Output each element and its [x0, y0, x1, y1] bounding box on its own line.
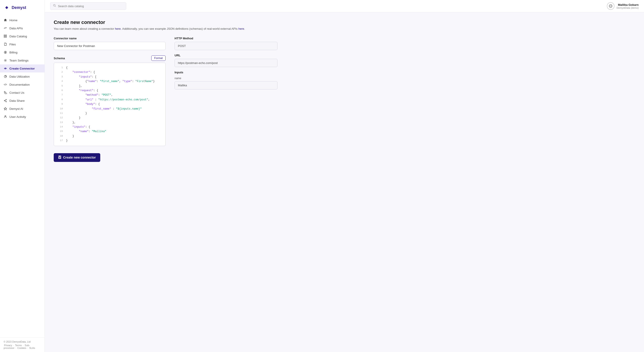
home-icon [4, 18, 7, 22]
svg-rect-25 [59, 157, 61, 158]
main-area: Mallika Gokarn DemystData (demo) Create … [45, 0, 644, 352]
http-method-input[interactable] [174, 42, 278, 50]
svg-point-0 [6, 7, 8, 9]
svg-point-11 [6, 99, 7, 100]
sidebar-item-demyst-ai[interactable]: Demyst AI [0, 105, 44, 113]
sidebar-item-home[interactable]: Home [0, 16, 44, 24]
footer-link-terms[interactable]: Terms [15, 344, 22, 347]
sidebar-item-billing-label: Billing [10, 51, 18, 54]
grid-icon [4, 34, 7, 38]
code-line-5: 5 ], [54, 84, 165, 88]
svg-point-13 [6, 101, 7, 102]
sidebar-item-data-apis[interactable]: Data APIs [0, 24, 44, 32]
form-area: Connector name Schema Format 1 { 2 [54, 37, 635, 162]
connector-name-label: Connector name [54, 37, 166, 40]
code-line-2: 2 "connector": { [54, 70, 165, 74]
url-input[interactable] [174, 59, 278, 67]
svg-rect-24 [59, 156, 60, 157]
code-line-3: 3 "inputs": [ [54, 75, 165, 79]
sidebar-item-create-connector-label: Create Connector [10, 67, 35, 70]
sidebar-item-data-utilization-label: Data Utilization [10, 75, 30, 78]
code-line-4: 4 {"name": "first_name", "type": "FirstN… [54, 79, 165, 84]
svg-point-12 [4, 100, 5, 101]
phone-icon [4, 91, 7, 94]
svg-point-7 [5, 60, 6, 61]
link-here-2[interactable]: here [238, 27, 244, 30]
pie-icon [4, 75, 7, 78]
create-connector-button[interactable]: Create new connector [54, 153, 100, 162]
inputs-name-input[interactable] [174, 81, 278, 89]
logo-text: Demyst [12, 5, 26, 10]
footer-link-slas[interactable]: SLAs [29, 347, 35, 349]
sidebar-item-demyst-ai-label: Demyst AI [10, 107, 23, 110]
dollar-icon [4, 50, 7, 54]
file-icon [4, 42, 7, 46]
http-method-label: HTTP Method [174, 37, 278, 40]
sidebar-item-data-catalog[interactable]: Data Catalog [0, 32, 44, 40]
schema-label: Schema [54, 56, 65, 60]
sidebar: Demyst Home Data APIs Data Catalog [0, 0, 45, 352]
search-input[interactable] [58, 4, 123, 8]
code-line-6: 6 "request": { [54, 88, 165, 93]
save-icon [58, 156, 61, 159]
url-label: URL [174, 54, 278, 57]
sidebar-item-contact-us[interactable]: Contact Us [0, 88, 44, 97]
sidebar-item-team-settings[interactable]: Team Settings [0, 56, 44, 64]
schema-editor[interactable]: 1 { 2 "connector": { 3 "inputs": [ [54, 63, 166, 146]
code-line-1: 1 { [54, 65, 165, 70]
svg-line-10 [5, 84, 6, 86]
ai-icon [4, 107, 7, 110]
inputs-label: Inputs [174, 71, 278, 74]
sidebar-item-home-label: Home [10, 18, 18, 22]
link-here-1[interactable]: here [115, 27, 120, 30]
sidebar-item-team-settings-label: Team Settings [10, 59, 29, 62]
svg-rect-2 [6, 35, 6, 36]
left-panel: Connector name Schema Format 1 { 2 [54, 37, 166, 162]
sidebar-item-data-share[interactable]: Data Share [0, 97, 44, 105]
sidebar-item-create-connector[interactable]: Create Connector [0, 64, 44, 72]
header: Mallika Gokarn DemystData (demo) [45, 0, 644, 12]
activity-icon [4, 26, 7, 30]
svg-point-18 [54, 4, 55, 6]
svg-rect-1 [4, 35, 5, 36]
connector-name-input[interactable] [54, 42, 166, 50]
code-line-8: 8 "url" : "https://postman-echo.com/post… [54, 97, 165, 102]
user-org: DemystData (demo) [617, 6, 639, 9]
sidebar-item-documentation[interactable]: Documentation [0, 80, 44, 88]
svg-line-19 [55, 6, 56, 7]
sidebar-item-data-utilization[interactable]: Data Utilization [0, 72, 44, 80]
sidebar-item-data-apis-label: Data APIs [10, 27, 23, 30]
format-button[interactable]: Format [151, 55, 166, 61]
svg-rect-4 [6, 36, 6, 37]
svg-point-8 [5, 68, 6, 69]
inputs-name-sublabel: name [174, 77, 278, 80]
code-line-12: 12 } [54, 116, 165, 120]
connector-icon [4, 67, 7, 70]
footer-link-privacy[interactable]: Privacy [4, 344, 12, 347]
sidebar-item-user-activity[interactable]: User Activity [0, 113, 44, 121]
create-button-label: Create new connector [63, 156, 96, 159]
code-line-13: 13 }, [54, 120, 165, 125]
code-line-7: 7 "method": "POST", [54, 93, 165, 97]
sidebar-item-billing[interactable]: Billing [0, 48, 44, 56]
svg-point-17 [5, 116, 6, 117]
sidebar-item-files-label: Files [10, 43, 16, 46]
sidebar-nav: Home Data APIs Data Catalog Files [0, 16, 44, 338]
svg-line-14 [5, 100, 6, 101]
search-bar[interactable] [50, 2, 126, 10]
code-line-17: 17 } [54, 138, 165, 143]
globe-icon [607, 2, 614, 10]
code-line-14: 14 "inputs": { [54, 125, 165, 129]
right-panel: HTTP Method URL Inputs name [174, 37, 278, 89]
code-icon [4, 83, 7, 86]
sidebar-item-user-activity-label: User Activity [10, 115, 26, 118]
svg-marker-16 [4, 107, 7, 110]
sidebar-item-files[interactable]: Files [0, 40, 44, 48]
sidebar-item-data-share-label: Data Share [10, 99, 24, 102]
footer-link-cookies[interactable]: Cookies [17, 347, 26, 349]
code-line-15: 15 "name": "Mallika" [54, 129, 165, 134]
logo[interactable]: Demyst [0, 0, 44, 16]
user-name: Mallika Gokarn [617, 3, 639, 6]
svg-rect-3 [4, 36, 5, 37]
page-title: Create new connector [54, 19, 635, 25]
